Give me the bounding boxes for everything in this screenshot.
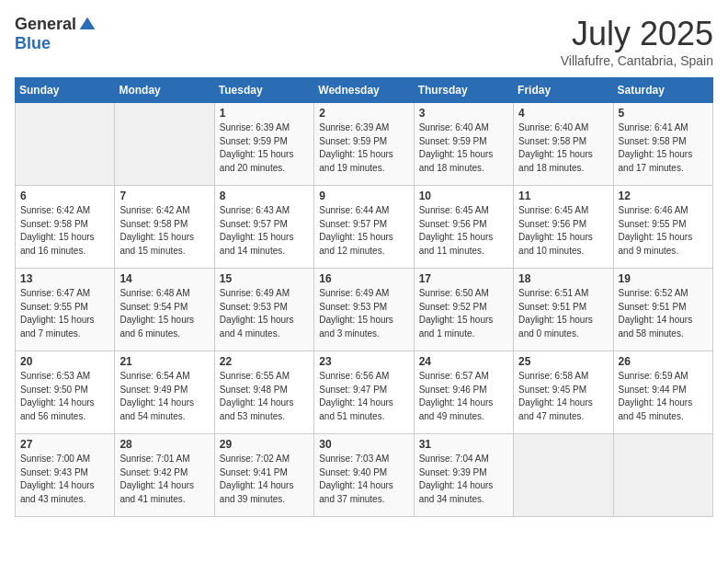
calendar-cell	[115, 103, 214, 186]
day-number: 2	[319, 107, 408, 120]
calendar-cell: 22 Sunrise: 6:55 AMSunset: 9:48 PMDaylig…	[214, 351, 313, 434]
day-detail: Sunrise: 6:39 AMSunset: 9:59 PMDaylight:…	[319, 121, 408, 175]
calendar-cell: 25 Sunrise: 6:58 AMSunset: 9:45 PMDaylig…	[514, 351, 613, 434]
page-header: General Blue July 2025 Villafufre, Canta…	[15, 15, 713, 68]
day-detail: Sunrise: 6:46 AMSunset: 9:55 PMDaylight:…	[619, 204, 708, 258]
day-detail: Sunrise: 6:49 AMSunset: 9:53 PMDaylight:…	[319, 287, 408, 340]
day-detail: Sunrise: 6:58 AMSunset: 9:45 PMDaylight:…	[518, 370, 608, 423]
column-header-tuesday: Tuesday	[214, 78, 313, 103]
day-detail: Sunrise: 6:44 AMSunset: 9:57 PMDaylight:…	[319, 204, 408, 258]
month-year-title: July 2025	[561, 15, 713, 53]
calendar-header-row: SundayMondayTuesdayWednesdayThursdayFrid…	[16, 78, 713, 103]
calendar-cell: 9 Sunrise: 6:44 AMSunset: 9:57 PMDayligh…	[314, 186, 414, 269]
day-number: 18	[518, 272, 608, 285]
day-detail: Sunrise: 6:52 AMSunset: 9:51 PMDaylight:…	[619, 287, 708, 340]
day-detail: Sunrise: 6:59 AMSunset: 9:44 PMDaylight:…	[619, 370, 708, 423]
calendar-cell	[16, 103, 115, 186]
day-number: 20	[20, 355, 109, 368]
day-number: 1	[220, 107, 309, 120]
column-header-friday: Friday	[514, 78, 613, 103]
calendar-cell: 13 Sunrise: 6:47 AMSunset: 9:55 PMDaylig…	[16, 269, 115, 351]
calendar-cell: 20 Sunrise: 6:53 AMSunset: 9:50 PMDaylig…	[16, 351, 115, 434]
column-header-wednesday: Wednesday	[314, 78, 414, 103]
calendar-table: SundayMondayTuesdayWednesdayThursdayFrid…	[15, 77, 713, 517]
column-header-sunday: Sunday	[16, 78, 115, 103]
logo-general-text: General	[15, 15, 76, 34]
calendar-cell: 5 Sunrise: 6:41 AMSunset: 9:58 PMDayligh…	[613, 103, 712, 186]
day-detail: Sunrise: 7:00 AMSunset: 9:43 PMDaylight:…	[20, 453, 109, 506]
calendar-cell: 3 Sunrise: 6:40 AMSunset: 9:59 PMDayligh…	[414, 103, 513, 186]
location-subtitle: Villafufre, Cantabria, Spain	[561, 53, 713, 68]
day-number: 13	[20, 272, 109, 285]
calendar-cell: 29 Sunrise: 7:02 AMSunset: 9:41 PMDaylig…	[214, 434, 313, 517]
day-detail: Sunrise: 6:49 AMSunset: 9:53 PMDaylight:…	[220, 287, 309, 340]
calendar-cell	[613, 434, 712, 517]
calendar-cell: 17 Sunrise: 6:50 AMSunset: 9:52 PMDaylig…	[414, 269, 513, 351]
day-number: 7	[119, 190, 209, 202]
day-detail: Sunrise: 6:45 AMSunset: 9:56 PMDaylight:…	[419, 204, 508, 258]
calendar-cell: 10 Sunrise: 6:45 AMSunset: 9:56 PMDaylig…	[414, 186, 513, 269]
calendar-week-row: 27 Sunrise: 7:00 AMSunset: 9:43 PMDaylig…	[16, 434, 713, 517]
calendar-cell: 2 Sunrise: 6:39 AMSunset: 9:59 PMDayligh…	[314, 103, 414, 186]
title-block: July 2025 Villafufre, Cantabria, Spain	[561, 15, 713, 68]
column-header-thursday: Thursday	[414, 78, 513, 103]
day-detail: Sunrise: 6:42 AMSunset: 9:58 PMDaylight:…	[119, 204, 209, 258]
calendar-cell: 31 Sunrise: 7:04 AMSunset: 9:39 PMDaylig…	[414, 434, 513, 517]
calendar-cell: 18 Sunrise: 6:51 AMSunset: 9:51 PMDaylig…	[514, 269, 613, 351]
day-detail: Sunrise: 6:42 AMSunset: 9:58 PMDaylight:…	[20, 204, 109, 258]
day-number: 29	[220, 438, 309, 451]
day-number: 25	[518, 355, 608, 368]
calendar-cell: 14 Sunrise: 6:48 AMSunset: 9:54 PMDaylig…	[115, 269, 214, 351]
calendar-cell: 16 Sunrise: 6:49 AMSunset: 9:53 PMDaylig…	[314, 269, 414, 351]
calendar-cell: 8 Sunrise: 6:43 AMSunset: 9:57 PMDayligh…	[214, 186, 313, 269]
day-number: 31	[419, 438, 508, 451]
day-detail: Sunrise: 6:43 AMSunset: 9:57 PMDaylight:…	[220, 204, 309, 258]
logo-icon	[78, 16, 97, 34]
calendar-cell: 11 Sunrise: 6:45 AMSunset: 9:56 PMDaylig…	[514, 186, 613, 269]
calendar-cell: 12 Sunrise: 6:46 AMSunset: 9:55 PMDaylig…	[613, 186, 712, 269]
day-detail: Sunrise: 6:54 AMSunset: 9:49 PMDaylight:…	[119, 370, 209, 423]
day-detail: Sunrise: 6:48 AMSunset: 9:54 PMDaylight:…	[119, 287, 209, 340]
day-number: 19	[619, 272, 708, 285]
day-detail: Sunrise: 6:45 AMSunset: 9:56 PMDaylight:…	[518, 204, 608, 258]
calendar-cell: 1 Sunrise: 6:39 AMSunset: 9:59 PMDayligh…	[214, 103, 313, 186]
day-number: 5	[619, 107, 708, 120]
calendar-cell: 19 Sunrise: 6:52 AMSunset: 9:51 PMDaylig…	[613, 269, 712, 351]
day-number: 21	[119, 355, 209, 368]
day-number: 9	[319, 190, 408, 202]
day-number: 23	[319, 355, 408, 368]
day-number: 3	[419, 107, 508, 120]
calendar-cell: 7 Sunrise: 6:42 AMSunset: 9:58 PMDayligh…	[115, 186, 214, 269]
calendar-week-row: 20 Sunrise: 6:53 AMSunset: 9:50 PMDaylig…	[16, 351, 713, 434]
day-number: 6	[20, 190, 109, 202]
calendar-cell: 27 Sunrise: 7:00 AMSunset: 9:43 PMDaylig…	[16, 434, 115, 517]
day-number: 10	[419, 190, 508, 202]
calendar-cell: 26 Sunrise: 6:59 AMSunset: 9:44 PMDaylig…	[613, 351, 712, 434]
day-number: 28	[119, 438, 209, 451]
logo-blue-text: Blue	[15, 34, 51, 52]
day-number: 30	[319, 438, 408, 451]
day-number: 24	[419, 355, 508, 368]
day-detail: Sunrise: 7:02 AMSunset: 9:41 PMDaylight:…	[220, 453, 309, 506]
svg-marker-0	[80, 17, 96, 29]
day-detail: Sunrise: 6:57 AMSunset: 9:46 PMDaylight:…	[419, 370, 508, 423]
column-header-saturday: Saturday	[613, 78, 712, 103]
day-number: 17	[419, 272, 508, 285]
calendar-cell: 6 Sunrise: 6:42 AMSunset: 9:58 PMDayligh…	[16, 186, 115, 269]
day-detail: Sunrise: 6:50 AMSunset: 9:52 PMDaylight:…	[419, 287, 508, 340]
day-detail: Sunrise: 6:47 AMSunset: 9:55 PMDaylight:…	[20, 287, 109, 340]
day-number: 4	[518, 107, 608, 120]
calendar-cell: 23 Sunrise: 6:56 AMSunset: 9:47 PMDaylig…	[314, 351, 414, 434]
calendar-cell: 24 Sunrise: 6:57 AMSunset: 9:46 PMDaylig…	[414, 351, 513, 434]
day-detail: Sunrise: 6:40 AMSunset: 9:58 PMDaylight:…	[518, 121, 608, 175]
day-detail: Sunrise: 7:01 AMSunset: 9:42 PMDaylight:…	[119, 453, 209, 506]
calendar-cell	[514, 434, 613, 517]
day-detail: Sunrise: 6:56 AMSunset: 9:47 PMDaylight:…	[319, 370, 408, 423]
day-detail: Sunrise: 6:39 AMSunset: 9:59 PMDaylight:…	[220, 121, 309, 175]
day-detail: Sunrise: 6:40 AMSunset: 9:59 PMDaylight:…	[419, 121, 508, 175]
day-detail: Sunrise: 7:04 AMSunset: 9:39 PMDaylight:…	[419, 453, 508, 506]
calendar-cell: 4 Sunrise: 6:40 AMSunset: 9:58 PMDayligh…	[514, 103, 613, 186]
calendar-cell: 21 Sunrise: 6:54 AMSunset: 9:49 PMDaylig…	[115, 351, 214, 434]
day-number: 8	[220, 190, 309, 202]
calendar-cell: 30 Sunrise: 7:03 AMSunset: 9:40 PMDaylig…	[314, 434, 414, 517]
